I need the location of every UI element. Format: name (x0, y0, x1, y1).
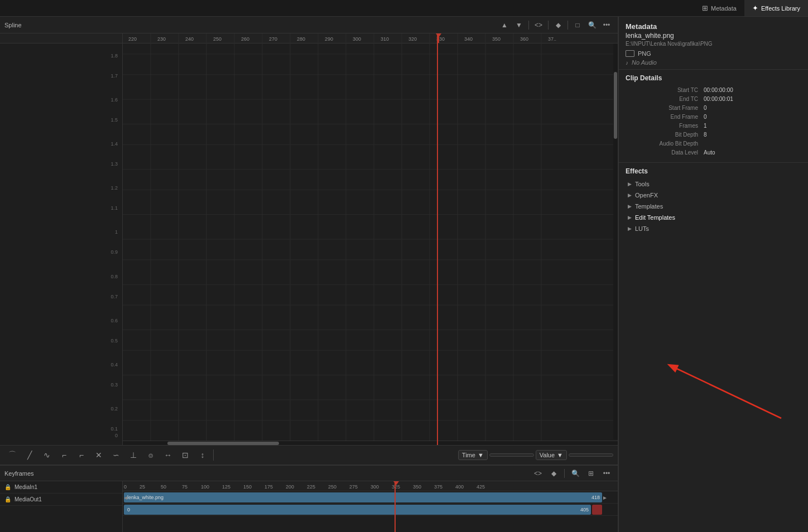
bit-depth-value: 8 (698, 132, 801, 138)
svg-text:0: 0 (124, 484, 127, 490)
start-tc-label: Start TC (626, 87, 698, 93)
metadata-tab[interactable]: ⊞ Metadata (694, 0, 744, 16)
horizontal-scrollbar[interactable] (123, 441, 618, 445)
kf-track-row-mediain: 🔒 MediaIn1 (0, 481, 122, 494)
v-scroll-thumb[interactable] (614, 72, 617, 139)
y-label-14: 1.4 (110, 141, 118, 147)
tool-line[interactable]: ╱ (22, 447, 37, 463)
spline-diamond-btn[interactable]: ◆ (551, 19, 565, 31)
kf-clip-mediaout[interactable]: 0 405 (124, 505, 591, 515)
data-level-label: Data Level (626, 149, 698, 156)
effect-edit-templates[interactable]: ▶ Edit Templates (626, 212, 801, 223)
keyframes-toolbar: Keyframes <> ◆ 🔍 ⊞ ••• (0, 466, 618, 481)
effect-templates[interactable]: ▶ Templates (626, 201, 801, 212)
kf-ruler: 0 25 50 75 100 125 150 175 200 225 250 (123, 481, 618, 491)
effects-section: Effects ▶ Tools ▶ OpenFX ▶ Templates ▶ E… (619, 163, 808, 532)
start-tc-value: 00:00:00:00 (698, 87, 801, 93)
y-label-06: 0.6 (110, 318, 118, 323)
end-tc-label: End TC (626, 96, 698, 102)
kf-zoom-in-btn[interactable]: 🔍 (569, 467, 582, 480)
svg-text:300: 300 (371, 484, 379, 490)
kf-zoom-out-btn[interactable]: ⊞ (584, 467, 598, 480)
value-dropdown[interactable]: Value ▼ (536, 450, 567, 460)
kf-more-btn[interactable]: ••• (600, 467, 613, 480)
end-frame-label: End Frame (626, 114, 698, 120)
audio-icon: ♪ (626, 60, 628, 66)
spline-down-btn[interactable]: ▼ (512, 19, 526, 31)
clip-details-section: Clip Details Start TC 00:00:00:00 End TC… (619, 70, 808, 163)
effects-library-tab-label: Effects Library (761, 5, 800, 12)
tool-curve[interactable]: ∿ (39, 447, 55, 463)
value-label: Value (540, 452, 555, 458)
metadata-tab-label: Metadata (711, 5, 737, 12)
svg-text:200: 200 (286, 484, 294, 490)
kf-clip-label: lenka_white.png (127, 495, 163, 500)
grid-svg (123, 33, 618, 445)
main-layout: Spline ▲ ▼ <> ◆ □ 🔍 ••• 1.8 1.7 (0, 17, 808, 532)
svg-text:225: 225 (307, 484, 315, 490)
effect-tools-label: Tools (635, 181, 650, 187)
time-dropdown[interactable]: Time ▼ (458, 450, 488, 460)
y-label-11: 1.1 (110, 205, 118, 211)
effect-openfx[interactable]: ▶ OpenFX (626, 190, 801, 201)
detail-row-bitdepth: Bit Depth 8 (626, 131, 801, 138)
y-label-15: 1.5 (110, 117, 118, 123)
detail-row-startframe: Start Frame 0 (626, 104, 801, 112)
kf-diamond-btn[interactable]: ◆ (547, 467, 560, 480)
meta-filepath: E:\INPUT\Lenka Nová\grafika\PNG (626, 41, 801, 47)
spline-square-btn[interactable]: □ (571, 19, 584, 31)
start-frame-value: 0 (698, 105, 801, 111)
end-tc-value: 00:00:00:01 (698, 96, 801, 102)
kf-clip-mediain[interactable]: lenka_white.png 418 (124, 492, 602, 502)
kf-track-names: 🔒 MediaIn1 🔒 MediaOut1 (0, 481, 123, 532)
svg-text:125: 125 (222, 484, 230, 490)
time-value-input[interactable] (489, 453, 534, 457)
svg-text:25: 25 (140, 484, 145, 490)
svg-text:150: 150 (243, 484, 252, 490)
spline-more-btn[interactable]: ••• (600, 19, 613, 31)
kf-clip2-end-value: 405 (580, 507, 589, 512)
end-frame-value: 0 (698, 114, 801, 120)
tool-corner[interactable]: ⌐ (56, 447, 72, 463)
tool-corner2[interactable]: ⌐ (74, 447, 89, 463)
spline-y-axis: 1.8 1.7 1.6 1.5 1.4 1.3 1.2 1.1 1 0.9 0.… (0, 33, 123, 445)
detail-row-starttc: Start TC 00:00:00:00 (626, 86, 801, 94)
value-input[interactable] (569, 453, 613, 457)
effect-luts[interactable]: ▶ LUTs (626, 223, 801, 234)
spline-code-btn[interactable]: <> (532, 19, 545, 31)
kf-track-mediain: lenka_white.png 418 ◄ ► (123, 491, 618, 504)
tool-cross[interactable]: ✕ (91, 447, 107, 463)
meta-audio-label: No Audio (632, 59, 657, 66)
meta-filename: lenka_white.png (626, 32, 801, 40)
keyframes-section: Keyframes <> ◆ 🔍 ⊞ ••• 🔒 MediaIn1 🔒 (0, 465, 618, 532)
svg-text:100: 100 (201, 484, 209, 490)
tool-tangent[interactable]: ⊥ (126, 447, 141, 463)
audio-bit-depth-value (698, 141, 801, 147)
effects-library-tab[interactable]: ✦ Effects Library (744, 0, 808, 16)
lock-icon-mediaout: 🔒 (4, 496, 11, 502)
kf-timeline-area[interactable]: 0 25 50 75 100 125 150 175 200 225 250 (123, 481, 618, 532)
effect-tools[interactable]: ▶ Tools (626, 178, 801, 190)
tool-spline[interactable]: ∽ (108, 447, 124, 463)
effect-openfx-label: OpenFX (635, 192, 658, 199)
time-chevron: ▼ (478, 452, 484, 458)
png-icon (626, 50, 634, 57)
tool-arc[interactable]: ⌒ (4, 447, 20, 463)
spline-canvas[interactable]: 220 230 240 250 260 270 280 290 300 310 … (123, 33, 618, 445)
spline-title: Spline (4, 22, 22, 28)
kf-code-btn[interactable]: <> (531, 467, 545, 480)
tool-smooth[interactable]: ⌾ (143, 447, 158, 463)
spline-tools-bar: ⌒ ╱ ∿ ⌐ ⌐ ✕ ∽ ⊥ ⌾ ↔ ⊡ ↕ Time ▼ Value ▼ (0, 445, 618, 465)
tool-normalize[interactable]: ↕ (195, 447, 210, 463)
kf-track-row-mediaout: 🔒 MediaOut1 (0, 494, 122, 506)
spline-search-btn[interactable]: 🔍 (585, 19, 599, 31)
vertical-scrollbar[interactable] (613, 43, 618, 439)
keyframes-title: Keyframes (4, 470, 34, 477)
y-label-16: 1.6 (110, 97, 118, 103)
bit-depth-label: Bit Depth (626, 132, 698, 138)
tool-sep1 (213, 449, 214, 461)
tool-loop[interactable]: ↔ (160, 447, 176, 463)
tool-fit[interactable]: ⊡ (177, 447, 193, 463)
scroll-thumb[interactable] (167, 442, 279, 445)
spline-up-btn[interactable]: ▲ (498, 19, 511, 31)
